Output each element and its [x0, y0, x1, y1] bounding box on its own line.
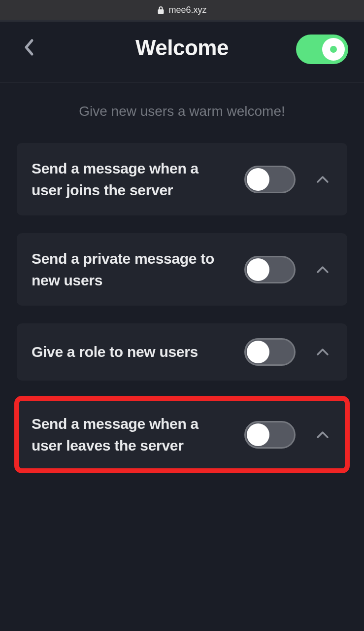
setting-toggle-private-message[interactable]	[244, 256, 296, 283]
toggle-knob	[322, 38, 345, 61]
setting-card-leave-message: Send a message when a user leaves the se…	[17, 398, 347, 471]
setting-card-private-message: Send a private message to new users	[17, 233, 347, 306]
setting-card-give-role: Give a role to new users	[17, 323, 347, 381]
chevron-up-icon	[316, 266, 329, 274]
toggle-knob	[247, 258, 269, 281]
toggle-knob	[247, 341, 269, 363]
chevron-up-icon	[316, 175, 329, 183]
toggle-knob	[247, 423, 269, 446]
toggle-knob	[247, 168, 269, 191]
expand-button[interactable]	[313, 342, 332, 362]
setting-toggle-leave-message[interactable]	[244, 421, 296, 449]
browser-address-bar: mee6.xyz	[0, 0, 364, 20]
setting-toggle-join-message[interactable]	[244, 166, 296, 193]
setting-label: Give a role to new users	[32, 341, 234, 363]
setting-label: Send a private message to new users	[32, 248, 234, 291]
expand-button[interactable]	[313, 170, 332, 189]
page-content: Welcome Give new users a warm welcome! S…	[0, 20, 364, 631]
browser-url: mee6.xyz	[168, 5, 206, 15]
expand-button[interactable]	[313, 425, 332, 445]
back-button[interactable]	[24, 38, 34, 58]
setting-label: Send a message when a user leaves the se…	[32, 413, 234, 456]
settings-list: Send a message when a user joins the ser…	[0, 143, 364, 471]
page-header: Welcome	[0, 22, 364, 83]
page-subtitle: Give new users a warm welcome!	[0, 83, 364, 143]
setting-card-join-message: Send a message when a user joins the ser…	[17, 143, 347, 215]
chevron-up-icon	[316, 431, 329, 439]
chevron-up-icon	[316, 348, 329, 356]
setting-label: Send a message when a user joins the ser…	[32, 158, 234, 201]
lock-icon	[157, 6, 165, 14]
expand-button[interactable]	[313, 260, 332, 280]
welcome-feature-toggle[interactable]	[296, 35, 348, 64]
setting-toggle-give-role[interactable]	[244, 338, 296, 366]
